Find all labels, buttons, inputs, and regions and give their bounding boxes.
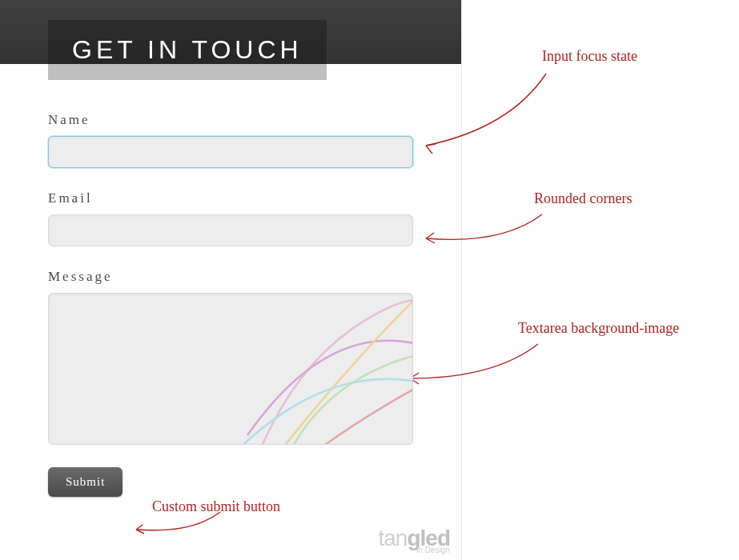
name-field-row: Name [48, 112, 413, 168]
header-title-box: GET IN TOUCH [48, 20, 327, 80]
brand-logo: tangled in Design [379, 528, 451, 554]
annotation-textarea-text: Textarea background-image [518, 320, 679, 337]
page-title: GET IN TOUCH [72, 35, 303, 65]
email-field-row: Email [48, 190, 413, 246]
arrow-submit-icon [120, 506, 232, 546]
contact-form: Name Email Message [0, 64, 461, 497]
form-panel: GET IN TOUCH Name Email Message [0, 0, 462, 560]
email-input[interactable] [48, 214, 413, 246]
submit-button[interactable]: Submit [48, 467, 122, 497]
annotation-focus-text: Input focus state [542, 48, 637, 65]
name-label: Name [48, 112, 413, 128]
submit-row: Submit [48, 467, 413, 497]
message-field-row: Message [48, 269, 413, 445]
message-label: Message [48, 269, 413, 285]
name-input[interactable] [48, 136, 413, 168]
textarea-wrapper [48, 293, 413, 445]
email-label: Email [48, 190, 413, 206]
page-header: GET IN TOUCH [0, 0, 461, 64]
annotations-panel: Input focus state Rounded corners Textar… [462, 0, 739, 560]
message-input[interactable] [48, 293, 413, 445]
brand-light: tan [379, 526, 408, 550]
annotation-rounded-text: Rounded corners [534, 190, 632, 207]
